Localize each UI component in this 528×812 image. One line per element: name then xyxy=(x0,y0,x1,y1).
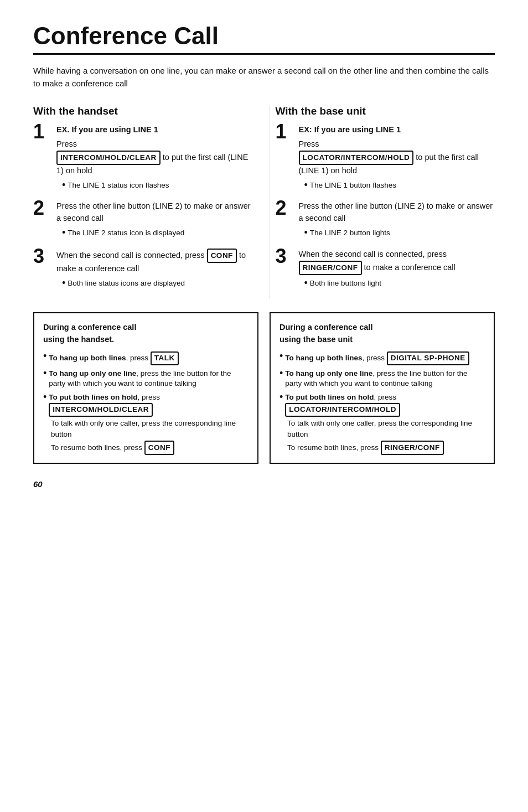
main-columns: With the handset 1 EX. If you are using … xyxy=(33,105,495,299)
base-step1-bullet-text: The LINE 1 button flashes xyxy=(310,180,396,191)
handset-box-item1-button: TALK xyxy=(151,351,179,365)
base-info-box: During a conference call using the base … xyxy=(270,312,495,464)
handset-step-2: 2 Press the other line button (LINE 2) t… xyxy=(33,200,253,238)
handset-step1-content: EX. If you are using LINE 1 Press INTERC… xyxy=(56,124,253,190)
handset-step2-num: 2 xyxy=(33,198,52,218)
base-step2-text: Press the other line button (LINE 2) to … xyxy=(299,201,493,223)
handset-step1-ex: EX. If you are using LINE 1 xyxy=(56,125,158,134)
handset-step-3: 3 When the second call is connected, pre… xyxy=(33,249,253,289)
base-box-title-line1: During a conference call xyxy=(279,323,372,332)
base-box-sub2: To resume both lines, press RINGER/CONF xyxy=(287,441,485,455)
base-step-3: 3 When the second call is connected, pre… xyxy=(276,249,495,289)
handset-step3-text-before: When the second call is connected, press xyxy=(56,251,205,260)
handset-info-box: During a conference call using the hands… xyxy=(33,312,258,464)
bullet-dot: • xyxy=(304,180,308,190)
base-column: With the base unit 1 EX: If you are usin… xyxy=(270,105,495,299)
base-step-2: 2 Press the other line button (LINE 2) t… xyxy=(276,200,495,238)
handset-box-title-line1: During a conference call xyxy=(43,323,136,332)
base-step2-content: Press the other line button (LINE 2) to … xyxy=(299,200,495,238)
handset-step3-bullet: • Both line status icons are displayed xyxy=(62,278,253,289)
base-step1-button: LOCATOR/INTERCOM/HOLD xyxy=(299,151,414,165)
bullet-dot: • xyxy=(62,180,65,190)
handset-box-item1-bold: To hang up both lines xyxy=(49,354,126,362)
handset-box-sub2-text: To resume both lines, press xyxy=(51,443,142,452)
handset-step3-button: CONF xyxy=(207,249,237,263)
base-box-item1: • To hang up both lines, press DIGITAL S… xyxy=(279,351,485,365)
bullet-dot: • xyxy=(304,227,308,237)
base-step1-content: EX: If you are using LINE 1 Press LOCATO… xyxy=(299,124,495,190)
base-step2-bullet-text: The LINE 2 button lights xyxy=(310,228,390,239)
base-box-item3-button2: RINGER/CONF xyxy=(381,441,444,455)
title-divider xyxy=(33,53,495,55)
handset-box-title-line2: using the handset. xyxy=(43,335,114,344)
handset-box-item1-text: , press xyxy=(126,354,149,362)
handset-step2-bullet: • The LINE 2 status icon is displayed xyxy=(62,228,253,239)
base-step3-button: RINGER/CONF xyxy=(299,261,362,275)
base-box-item2: • To hang up only one line, press the li… xyxy=(279,369,485,390)
handset-box-item3-button2: CONF xyxy=(144,441,174,455)
base-step1-num: 1 xyxy=(276,122,294,142)
handset-box-item3: • To put both lines on hold, press INTER… xyxy=(43,392,249,417)
handset-step-1: 1 EX. If you are using LINE 1 Press INTE… xyxy=(33,124,253,190)
handset-box-item3-bold: To put both lines on hold xyxy=(49,393,137,401)
handset-box-item3-text: , press xyxy=(138,393,161,401)
base-box-item3-text: , press xyxy=(374,393,397,401)
bullet-dot: • xyxy=(304,278,308,288)
base-box-title: During a conference call using the base … xyxy=(279,321,485,346)
handset-step2-content: Press the other line button (LINE 2) to … xyxy=(56,200,253,238)
handset-box-item1: • To hang up both lines, press TALK xyxy=(43,351,249,365)
handset-box-item3-button: INTERCOM/HOLD/CLEAR xyxy=(49,403,153,417)
base-box-item3-button: LOCATOR/INTERCOM/HOLD xyxy=(285,403,400,417)
handset-step3-num: 3 xyxy=(33,246,52,266)
handset-column: With the handset 1 EX. If you are using … xyxy=(33,105,270,299)
base-box-item2-bold: To hang up only one line xyxy=(285,369,372,377)
base-box-sub2-text: To resume both lines, press xyxy=(287,443,379,452)
base-step2-bullet: • The LINE 2 button lights xyxy=(304,228,495,239)
base-col-title: With the base unit xyxy=(276,105,495,117)
bullet-dot: • xyxy=(62,227,65,237)
page-title: Conference Call xyxy=(33,22,495,50)
base-step3-text-before: When the second call is connected, press xyxy=(299,250,447,258)
handset-step1-bullet-text: The LINE 1 status icon flashes xyxy=(68,180,169,191)
base-box-sub1: To talk with only one caller, press the … xyxy=(287,418,485,439)
base-box-item1-bold: To hang up both lines xyxy=(285,354,362,362)
base-step1-press: Press xyxy=(299,138,495,151)
base-step1-ex: EX: If you are using LINE 1 xyxy=(299,125,401,134)
base-step3-bullet-text: Both line buttons light xyxy=(310,278,381,289)
base-box-title-line2: using the base unit xyxy=(279,335,353,344)
intro-text: While having a conversation on one line,… xyxy=(33,65,495,90)
base-step2-num: 2 xyxy=(276,198,294,218)
base-box-item1-text: , press xyxy=(363,354,385,362)
info-boxes-row: During a conference call using the hands… xyxy=(33,312,495,464)
page-number: 60 xyxy=(33,479,495,489)
bullet-dot: • xyxy=(62,278,65,288)
base-step-1: 1 EX: If you are using LINE 1 Press LOCA… xyxy=(276,124,495,190)
handset-box-item2-bold: To hang up only one line xyxy=(49,369,136,377)
handset-box-sub2: To resume both lines, press CONF xyxy=(51,441,249,455)
base-box-item3: • To put both lines on hold, press LOCAT… xyxy=(279,392,485,417)
base-step3-text-after: to make a conference call xyxy=(364,263,455,272)
base-box-item3-bold: To put both lines on hold xyxy=(285,393,374,401)
base-step1-bullet: • The LINE 1 button flashes xyxy=(304,180,495,191)
base-step3-content: When the second call is connected, press… xyxy=(299,249,495,289)
base-box-item1-button: DIGITAL SP-PHONE xyxy=(387,351,469,365)
handset-step1-press: Press xyxy=(56,138,253,151)
handset-step1-bullet: • The LINE 1 status icon flashes xyxy=(62,180,253,191)
handset-box-title: During a conference call using the hands… xyxy=(43,321,249,346)
handset-step3-bullet-text: Both line status icons are displayed xyxy=(68,278,185,289)
base-step3-bullet: • Both line buttons light xyxy=(304,278,495,289)
handset-step1-num: 1 xyxy=(33,122,52,142)
handset-box-item2: • To hang up only one line, press the li… xyxy=(43,369,249,390)
handset-col-title: With the handset xyxy=(33,105,253,117)
handset-box-sub1: To talk with only one caller, press the … xyxy=(51,418,249,439)
base-step3-num: 3 xyxy=(276,246,294,266)
handset-step2-bullet-text: The LINE 2 status icon is displayed xyxy=(68,228,184,239)
handset-step1-button: INTERCOM/HOLD/CLEAR xyxy=(56,151,161,165)
handset-step2-text: Press the other line button (LINE 2) to … xyxy=(56,201,251,223)
handset-step3-content: When the second call is connected, press… xyxy=(56,249,253,289)
